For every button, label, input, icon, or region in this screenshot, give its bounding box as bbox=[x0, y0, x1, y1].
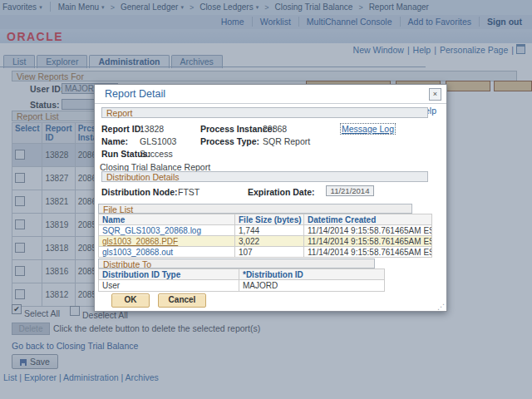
close-icon[interactable]: × bbox=[429, 88, 441, 101]
file-created-cell: 11/14/2014 9:15:58.761465AM EST bbox=[304, 225, 432, 236]
modal-title: Report Detail bbox=[105, 88, 165, 100]
file-list-header-row: Name File Size (bytes) Datetime Created bbox=[99, 214, 432, 225]
run-status-value: Success bbox=[140, 149, 173, 159]
distribute-to-header-row: Distribution ID Type *Distribution ID bbox=[99, 269, 385, 280]
col-datetime-created: Datetime Created bbox=[304, 214, 432, 225]
file-link-pdf[interactable]: gls1003_20868.PDF bbox=[102, 237, 178, 246]
resize-grip-icon[interactable]: ⋰ bbox=[437, 303, 445, 311]
col-distribution-id: *Distribution ID bbox=[239, 269, 385, 280]
distribution-details-header: Distribution Details bbox=[101, 171, 428, 182]
distribute-to-row: User MAJORD bbox=[99, 280, 385, 292]
expiration-date-input[interactable]: 11/21/2014 bbox=[326, 185, 374, 196]
distribution-id-cell: MAJORD bbox=[239, 280, 385, 292]
file-created-cell: 11/14/2014 9:15:58.761465AM EST bbox=[304, 247, 432, 258]
distribute-to-header: Distribute To bbox=[98, 259, 375, 268]
file-created-cell: 11/14/2014 9:15:58.761465AM EST bbox=[304, 236, 432, 247]
distribution-node-label: Distribution Node: bbox=[101, 187, 178, 197]
file-row-highlighted: gls1003_20868.PDF 3,022 11/14/2014 9:15:… bbox=[99, 236, 432, 247]
process-instance-value: 20868 bbox=[263, 124, 287, 134]
name-label: Name: bbox=[101, 136, 128, 146]
col-name: Name bbox=[99, 214, 235, 225]
distribute-to-table: Distribution ID Type *Distribution ID Us… bbox=[98, 268, 385, 292]
report-detail-modal: Report Detail × Help Report Report ID: 1… bbox=[94, 84, 447, 312]
cancel-button[interactable]: Cancel bbox=[158, 293, 206, 308]
file-row: SQR_GLS1003_20868.log 1,744 11/14/2014 9… bbox=[99, 225, 432, 236]
expiration-date-label: Expiration Date: bbox=[248, 187, 315, 197]
report-id-value: 13828 bbox=[140, 124, 164, 134]
col-file-size: File Size (bytes) bbox=[235, 214, 304, 225]
file-size-cell: 3,022 bbox=[235, 236, 304, 247]
distribution-node-value: FTST bbox=[178, 187, 200, 197]
application-window: Favorites▾Main Menu▾>General Ledger▾>Clo… bbox=[0, 0, 532, 399]
file-link-out[interactable]: gls1003_20868.out bbox=[102, 248, 173, 257]
file-row: gls1003_20868.out 107 11/14/2014 9:15:58… bbox=[99, 247, 432, 258]
process-type-value: SQR Report bbox=[263, 136, 310, 146]
distribution-id-type-cell: User bbox=[99, 280, 239, 292]
file-link-log[interactable]: SQR_GLS1003_20868.log bbox=[102, 226, 201, 235]
process-type-label: Process Type: bbox=[200, 136, 259, 146]
report-id-label: Report ID: bbox=[101, 124, 144, 134]
message-log-link[interactable]: Message Log bbox=[340, 123, 396, 135]
col-distribution-id-type: Distribution ID Type bbox=[99, 269, 239, 280]
file-list-table: Name File Size (bytes) Datetime Created … bbox=[98, 214, 432, 258]
file-list-header: File List bbox=[98, 204, 412, 214]
report-section-header: Report bbox=[101, 107, 428, 118]
file-size-cell: 1,744 bbox=[235, 225, 304, 236]
ok-button[interactable]: OK bbox=[111, 293, 150, 308]
name-value: GLS1003 bbox=[140, 136, 176, 146]
file-size-cell: 107 bbox=[235, 247, 304, 258]
